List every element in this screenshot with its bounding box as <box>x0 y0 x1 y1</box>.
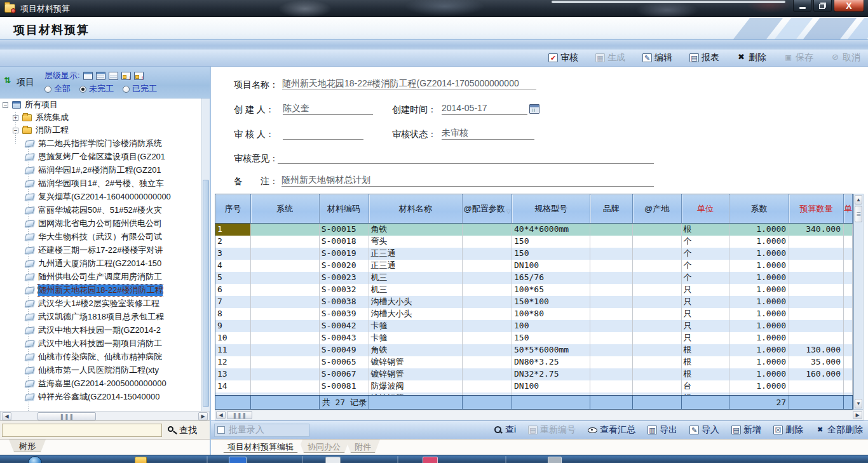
cell-factor[interactable]: 1.0000 <box>729 308 789 320</box>
cell-code[interactable]: S-00032 <box>320 284 369 296</box>
cell-system[interactable] <box>251 260 320 272</box>
audit-status-field[interactable]: 未审核 <box>442 127 534 140</box>
cell-unit[interactable]: 只 <box>682 320 730 332</box>
edit-button[interactable]: ✎编辑 <box>642 52 672 64</box>
gray-app-icon[interactable] <box>548 457 562 463</box>
tree-vertical-scrollbar[interactable] <box>201 98 210 411</box>
cell-code[interactable]: S-00081 <box>320 380 369 393</box>
cell-origin[interactable] <box>633 272 682 284</box>
tab-2[interactable]: 协同办公 <box>299 440 349 453</box>
column-header-1[interactable]: 序号 <box>215 194 251 223</box>
cell-extra[interactable] <box>844 284 853 296</box>
column-header-3[interactable]: 材料编码 <box>320 194 369 223</box>
grid-scroll-left-arrow[interactable]: ◀ <box>216 411 226 419</box>
cell-system[interactable] <box>251 248 320 260</box>
tree-project-item[interactable]: 福润华园1#,2#楼消防工程(GZ201 <box>0 163 210 177</box>
tree-project-item[interactable]: 华大生物科技（武汉）有限公司试 <box>0 230 210 243</box>
search-icon[interactable] <box>168 426 173 432</box>
cell-system[interactable] <box>251 284 320 296</box>
cell-code[interactable]: S-00043 <box>320 332 369 344</box>
white-app-icon[interactable] <box>325 457 341 463</box>
tree-project-item[interactable]: 仙桃市传染病院、仙桃市精神病院 <box>0 350 210 363</box>
cell-spec[interactable]: DN25*2.75 <box>512 393 590 395</box>
tree-project-item[interactable]: 恩施复烤厂仓储区建设项目(GZ201 <box>0 150 210 163</box>
table-row[interactable]: 1S-00015角铁40*4*6000mm根1.0000340.000 <box>215 224 853 236</box>
tab-3[interactable]: 附件 <box>346 440 380 453</box>
table-row[interactable]: 6S-00032机三100*65只1.0000 <box>215 284 853 296</box>
cell-no[interactable]: 6 <box>215 284 251 296</box>
cell-config[interactable] <box>463 380 512 393</box>
cell-system[interactable] <box>251 368 320 380</box>
cell-origin[interactable] <box>633 296 682 308</box>
cell-config[interactable] <box>463 368 512 380</box>
cell-origin[interactable] <box>633 393 682 395</box>
tree-scroll-left-arrow[interactable]: ◀ <box>2 412 11 420</box>
cell-name[interactable]: 沟槽大小头 <box>369 308 463 320</box>
cell-brand[interactable] <box>590 308 633 320</box>
pink-app-icon[interactable] <box>423 457 438 463</box>
level-view-3-icon[interactable] <box>109 72 118 80</box>
cell-factor[interactable]: 1.0000 <box>729 320 789 332</box>
auditor-field[interactable] <box>283 127 363 140</box>
cell-brand[interactable] <box>590 296 633 308</box>
collapse-icon[interactable]: − <box>13 128 18 133</box>
cell-name[interactable]: 镀锌钢管 <box>369 356 463 368</box>
cell-unit[interactable]: 只 <box>682 296 730 308</box>
cell-spec[interactable]: 150 <box>512 332 590 344</box>
report-button[interactable]: ▤报表 <box>689 52 719 64</box>
collapse-icon[interactable]: − <box>3 102 8 108</box>
cell-brand[interactable] <box>590 380 633 393</box>
grid-scroll-up-arrow[interactable]: ▲ <box>855 195 862 205</box>
refresh-icon[interactable]: ⇅ <box>4 76 11 85</box>
tree-project-item[interactable]: 钟祥光谷鑫城(GZ2014-15040000 <box>0 390 210 403</box>
calendar-icon[interactable] <box>529 104 539 114</box>
folder-app-icon[interactable] <box>135 457 147 463</box>
radio-未完工[interactable]: 未完工 <box>79 83 114 95</box>
cell-factor[interactable]: 1.0000 <box>729 393 789 395</box>
cell-code[interactable]: S-00042 <box>320 320 369 332</box>
cell-extra[interactable] <box>844 380 853 393</box>
cell-no[interactable]: 15 <box>215 393 251 395</box>
table-row[interactable]: 5S-00023机三165/76个1.0000 <box>215 272 853 284</box>
cancel-button[interactable]: ⊘取消 <box>831 52 860 64</box>
cell-config[interactable] <box>463 320 512 332</box>
cell-no[interactable]: 13 <box>215 368 251 380</box>
cell-brand[interactable] <box>590 272 633 284</box>
grid-hscroll-thumb[interactable]: ❚❚❚ <box>227 411 252 419</box>
cell-code[interactable]: S-00082 <box>320 393 369 395</box>
start-orb[interactable] <box>28 456 42 463</box>
save-button[interactable]: ▣保存 <box>783 52 813 64</box>
cell-qty[interactable] <box>789 332 844 344</box>
cell-name[interactable]: 镀锌钢管 <box>369 393 463 395</box>
cell-code[interactable]: S-00065 <box>320 356 369 368</box>
cell-system[interactable] <box>251 224 320 236</box>
cell-system[interactable] <box>251 380 320 393</box>
tree-project-item[interactable]: 还建楼三期一标17-22#楼楼宇对讲 <box>0 243 210 257</box>
import-button[interactable]: ✎导入 <box>689 424 719 436</box>
cell-name[interactable]: 卡箍 <box>369 320 463 332</box>
cell-extra[interactable] <box>844 308 853 320</box>
cell-no[interactable]: 8 <box>215 308 251 320</box>
cell-unit[interactable]: 根 <box>682 393 730 395</box>
cell-name[interactable]: 机三 <box>369 284 463 296</box>
cell-origin[interactable] <box>633 248 682 260</box>
cell-factor[interactable]: 1.0000 <box>729 260 789 272</box>
view-summary-button[interactable]: 查看汇总 <box>588 424 635 436</box>
column-header-8[interactable]: @产地 <box>633 194 682 223</box>
cell-code[interactable]: S-00018 <box>320 236 369 248</box>
column-header-6[interactable]: 规格型号 <box>512 194 590 223</box>
cell-extra[interactable] <box>844 296 853 308</box>
cell-code[interactable]: S-00023 <box>320 272 369 284</box>
table-row[interactable]: 10S-00043卡箍150只1.0000 <box>215 332 853 344</box>
cell-factor[interactable]: 1.0000 <box>729 272 789 284</box>
cell-origin[interactable] <box>633 224 682 236</box>
cell-no[interactable]: 1 <box>215 224 251 236</box>
expand-icon[interactable]: + <box>13 115 18 121</box>
cell-unit[interactable]: 根 <box>682 356 730 368</box>
cell-brand[interactable] <box>590 260 633 272</box>
tab-1[interactable]: 项目材料预算编辑 <box>219 440 302 453</box>
cell-code[interactable]: S-00049 <box>320 344 369 356</box>
cell-no[interactable]: 7 <box>215 296 251 308</box>
cell-brand[interactable] <box>590 320 633 332</box>
table-row[interactable]: 2S-00018弯头150个1.0000 <box>215 236 853 248</box>
